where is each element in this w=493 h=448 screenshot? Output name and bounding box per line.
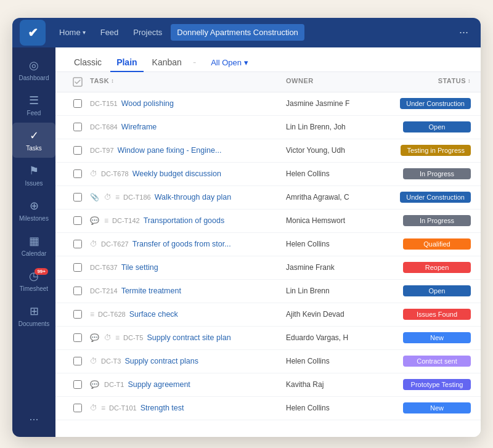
row-task-cell: ⏱ DC-T3 Supply contract plans: [90, 357, 286, 365]
tab-kanban[interactable]: Kanban: [146, 54, 188, 72]
row-owner-cell: Victor Young, Udh: [286, 146, 385, 155]
list-icon: ≡: [115, 193, 120, 202]
task-title-link[interactable]: Transfer of goods from stor...: [132, 240, 231, 248]
task-title-link[interactable]: Supply contract plans: [124, 357, 198, 365]
task-title-link[interactable]: Weekly budget discussion: [132, 169, 221, 178]
table-row: 📎 ⏱≡ DC-T186 Walk-through day plan Amrit…: [55, 186, 481, 210]
row-status-cell: Qualified: [385, 238, 471, 250]
sidebar-item-tasks[interactable]: ✓ Tasks: [12, 123, 55, 158]
task-title-link[interactable]: Window pane fixing - Engine...: [118, 146, 222, 155]
clock-icon: ⏱: [90, 169, 97, 178]
row-checkbox-input[interactable]: [73, 193, 82, 202]
nav-projects[interactable]: Projects: [127, 24, 168, 41]
row-checkbox[interactable]: [65, 404, 90, 412]
table-row: ⏱ DC-T678 Weekly budget discussion Helen…: [55, 163, 481, 186]
tab-classic[interactable]: Classic: [68, 54, 108, 72]
task-title-link[interactable]: Termite treatment: [121, 287, 181, 295]
list-icon: ≡: [90, 310, 94, 319]
row-checkbox-input[interactable]: [73, 146, 82, 155]
row-owner-cell: Kavitha Raj: [286, 380, 385, 389]
task-title-link[interactable]: Supply agreement: [128, 380, 190, 389]
task-title-link[interactable]: Supply contract site plan: [147, 333, 230, 342]
table-row: DC-T97 Window pane fixing - Engine... Vi…: [55, 139, 481, 163]
row-checkbox[interactable]: [65, 99, 90, 108]
sidebar-item-timesheet[interactable]: ◷ Timesheet 99+: [12, 263, 55, 298]
table-row: ⏱ DC-T627 Transfer of goods from stor...…: [55, 233, 481, 256]
row-checkbox-input[interactable]: [73, 216, 82, 225]
row-checkbox[interactable]: [65, 169, 90, 178]
nav-project-active[interactable]: Donnelly Apartments Construction: [171, 24, 304, 41]
task-title-link[interactable]: Wood polishing: [121, 99, 174, 108]
task-title-link[interactable]: Walk-through day plan: [155, 193, 232, 202]
row-checkbox[interactable]: [65, 193, 90, 202]
sidebar-item-feed[interactable]: ☰ Feed: [12, 88, 55, 123]
row-checkbox-input[interactable]: [73, 240, 82, 248]
row-checkbox-input[interactable]: [73, 169, 82, 178]
logo[interactable]: ✔: [20, 20, 46, 46]
task-id: DC-T97: [90, 147, 114, 154]
row-checkbox-input[interactable]: [73, 310, 82, 319]
status-badge: In Progress: [403, 168, 471, 179]
row-checkbox-input[interactable]: [73, 287, 82, 295]
calendar-icon: ▦: [29, 234, 39, 248]
row-owner-cell: Jasmine Jasmine F: [286, 99, 385, 108]
task-title-link[interactable]: Wireframe: [121, 123, 157, 131]
table-header-row: TASK ↕ OWNER STATUS ↕: [55, 72, 481, 92]
row-checkbox-input[interactable]: [73, 333, 82, 342]
filter-dropdown[interactable]: All Open ▾: [206, 55, 253, 70]
row-owner-cell: Helen Collins: [286, 240, 385, 248]
header-checkbox-col: [65, 77, 90, 87]
task-title-link[interactable]: Tile setting: [121, 263, 158, 272]
row-checkbox[interactable]: [65, 380, 90, 389]
task-id: DC-T684: [90, 123, 118, 131]
sidebar-item-calendar[interactable]: ▦ Calendar: [12, 228, 55, 263]
row-checkbox-input[interactable]: [73, 357, 82, 365]
row-status-cell: New: [385, 402, 471, 413]
row-status-cell: Open: [385, 285, 471, 296]
row-checkbox[interactable]: [65, 146, 90, 155]
row-checkbox[interactable]: [65, 240, 90, 248]
nav-feed[interactable]: Feed: [94, 24, 125, 41]
status-badge: Under Construction: [400, 192, 471, 203]
row-checkbox[interactable]: [65, 123, 90, 131]
row-checkbox[interactable]: [65, 287, 90, 295]
row-checkbox-input[interactable]: [73, 380, 82, 389]
task-id: DC-T5: [123, 334, 143, 341]
row-owner-cell: Amritha Agrawal, C: [286, 193, 385, 202]
sidebar-item-issues[interactable]: ⚑ Issues: [12, 158, 55, 193]
task-id: DC-T3: [101, 357, 121, 365]
sidebar-item-documents[interactable]: ⊞ Documents: [12, 298, 55, 333]
status-badge: New: [403, 332, 471, 343]
comment-icon: 💬: [90, 333, 99, 342]
nav-more-button[interactable]: ···: [454, 23, 473, 41]
task-title-link[interactable]: Transportation of goods: [144, 216, 225, 225]
status-badge: Issues Found: [403, 309, 471, 320]
timesheet-badge: 99+: [35, 268, 48, 275]
row-checkbox[interactable]: [65, 263, 90, 272]
task-title-link[interactable]: Surface check: [129, 310, 178, 319]
row-checkbox-input[interactable]: [73, 263, 82, 272]
task-sort-icon: ↕: [111, 78, 114, 84]
task-title-link[interactable]: Strength test: [141, 404, 184, 412]
row-checkbox-input[interactable]: [73, 404, 82, 412]
sidebar-item-dashboard[interactable]: ◎ Dashboard: [12, 52, 55, 88]
milestones-icon: ⊕: [30, 199, 39, 213]
row-checkbox[interactable]: [65, 357, 90, 365]
logo-icon: ✔: [28, 25, 38, 40]
attachment-icon: 📎: [90, 193, 99, 202]
dashboard-icon: ◎: [29, 59, 39, 72]
sidebar-item-milestones[interactable]: ⊕ Milestones: [12, 193, 55, 228]
nav-home[interactable]: Home ▾: [53, 24, 92, 41]
row-checkbox-input[interactable]: [73, 123, 82, 131]
row-status-cell: Under Construction: [385, 192, 471, 203]
row-checkbox[interactable]: [65, 216, 90, 225]
tab-divider: -: [193, 57, 196, 68]
row-checkbox[interactable]: [65, 310, 90, 319]
status-sort-icon: ↕: [468, 78, 471, 84]
status-badge: In Progress: [403, 215, 471, 226]
row-checkbox[interactable]: [65, 333, 90, 342]
sidebar-more-button[interactable]: ···: [23, 407, 44, 432]
tab-plain[interactable]: Plain: [110, 54, 143, 72]
content-area: Classic Plain Kanban - All Open ▾: [55, 47, 481, 437]
row-checkbox-input[interactable]: [73, 99, 82, 108]
